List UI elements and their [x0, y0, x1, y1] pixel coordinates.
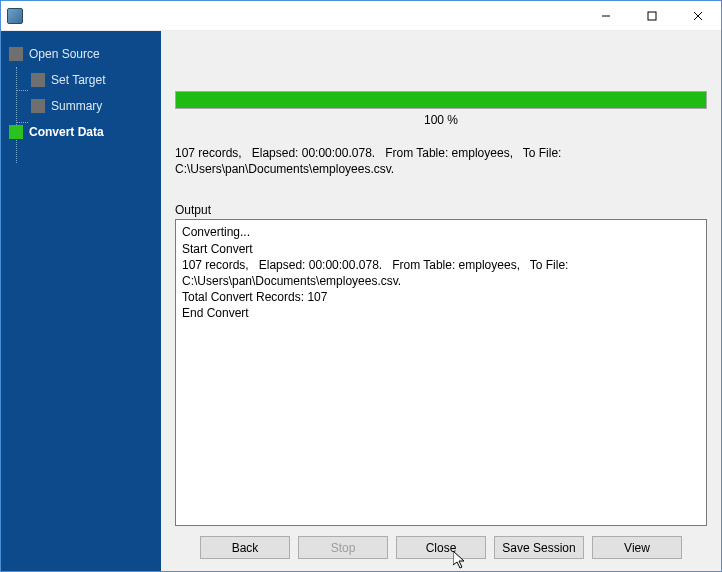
- output-textarea[interactable]: Converting... Start Convert 107 records,…: [175, 219, 707, 526]
- wizard-sidebar: Open Source Set Target Summary Convert D…: [1, 31, 161, 571]
- button-row: Back Stop Close Save Session View: [171, 526, 711, 563]
- view-button[interactable]: View: [592, 536, 682, 559]
- progress-percent: 100 %: [175, 113, 707, 127]
- stop-button: Stop: [298, 536, 388, 559]
- minimize-button[interactable]: [583, 1, 629, 30]
- step-icon: [31, 99, 45, 113]
- step-icon: [9, 125, 23, 139]
- step-icon: [31, 73, 45, 87]
- maximize-button[interactable]: [629, 1, 675, 30]
- output-label: Output: [175, 203, 707, 217]
- nav-convert-data[interactable]: Convert Data: [9, 119, 161, 145]
- titlebar: [1, 1, 721, 31]
- nav-open-source[interactable]: Open Source: [9, 41, 161, 67]
- nav-label: Set Target: [51, 73, 105, 87]
- nav-label: Open Source: [29, 47, 100, 61]
- close-button[interactable]: Close: [396, 536, 486, 559]
- nav-summary[interactable]: Summary: [9, 93, 161, 119]
- back-button[interactable]: Back: [200, 536, 290, 559]
- nav-label: Convert Data: [29, 125, 104, 139]
- status-text: 107 records, Elapsed: 00:00:00.078. From…: [175, 145, 707, 177]
- svg-rect-1: [648, 12, 656, 20]
- app-icon: [7, 8, 23, 24]
- progress-fill: [176, 92, 706, 108]
- close-window-button[interactable]: [675, 1, 721, 30]
- step-icon: [9, 47, 23, 61]
- progress-bar: [175, 91, 707, 109]
- main-panel: 100 % 107 records, Elapsed: 00:00:00.078…: [161, 31, 721, 571]
- nav-label: Summary: [51, 99, 102, 113]
- save-session-button[interactable]: Save Session: [494, 536, 584, 559]
- nav-set-target[interactable]: Set Target: [9, 67, 161, 93]
